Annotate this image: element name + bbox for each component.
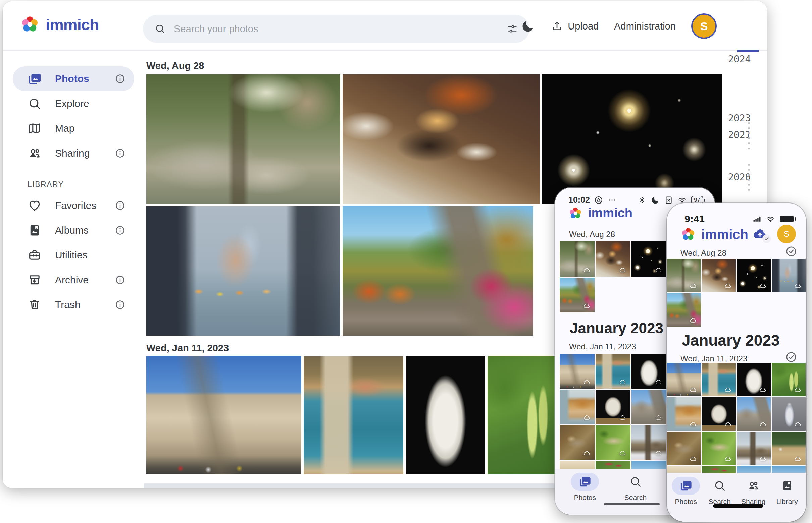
month-header: January 2023 <box>682 331 780 349</box>
search-input[interactable] <box>166 23 507 35</box>
sidebar-item-explore[interactable]: Explore <box>13 91 134 116</box>
photo-row <box>560 390 667 424</box>
photo-monkeys[interactable] <box>560 241 594 276</box>
photo-monkeys[interactable] <box>146 74 340 204</box>
info-icon[interactable] <box>115 225 125 236</box>
photo-sand[interactable] <box>560 461 594 469</box>
photo-row <box>146 74 727 204</box>
photo-seagrape[interactable] <box>487 356 565 474</box>
photo-coastal[interactable] <box>702 363 736 396</box>
photo-cliff[interactable] <box>667 397 701 431</box>
photo-autumn[interactable] <box>560 277 594 312</box>
nav-item-photos[interactable]: Photos <box>568 473 602 502</box>
photo-church[interactable] <box>737 432 771 465</box>
cloud-backup-icon <box>582 379 591 386</box>
sidebar-item-trash[interactable]: Trash <box>13 292 134 317</box>
app-logo[interactable]: immich <box>20 15 99 34</box>
photo-bust[interactable] <box>737 363 771 396</box>
select-all-check-icon[interactable] <box>785 351 797 363</box>
sidebar-item-map[interactable]: Map <box>13 116 134 141</box>
info-icon[interactable] <box>115 73 125 84</box>
photo-lizard2[interactable] <box>702 432 736 465</box>
photo-fortress[interactable] <box>560 354 594 389</box>
photo-rock[interactable] <box>702 397 736 431</box>
app-wordmark: immich <box>588 206 633 220</box>
photo-autumn[interactable] <box>667 293 701 327</box>
backup-check-bubble <box>762 234 771 243</box>
photo-monkeys[interactable] <box>667 259 701 292</box>
photo-hands[interactable] <box>146 206 340 336</box>
cloud-backup-icon <box>723 455 733 463</box>
screenshot-stage: immich Upload Administration S PhotosExp… <box>0 0 812 523</box>
sidebar-item-utilities[interactable]: Utilities <box>13 243 134 268</box>
user-avatar[interactable]: S <box>691 13 717 39</box>
photo-row <box>146 356 565 474</box>
sidebar-item-favorites[interactable]: Favorites <box>13 193 134 218</box>
photo-flowers[interactable] <box>595 461 630 469</box>
photo-rock[interactable] <box>595 390 630 424</box>
info-icon[interactable] <box>115 200 125 211</box>
upload-button[interactable]: Upload <box>551 20 599 32</box>
photo-fireworks[interactable] <box>737 259 771 292</box>
photo-fortress[interactable] <box>146 356 301 474</box>
search-filters-icon[interactable] <box>507 23 518 35</box>
sidebar-item-archive[interactable]: Archive <box>13 268 134 292</box>
photo-lizard2[interactable] <box>595 425 630 459</box>
sidebar-item-sharing[interactable]: Sharing <box>13 141 134 166</box>
home-indicator[interactable] <box>604 503 660 505</box>
scrubber-year[interactable]: 2024 <box>728 54 750 65</box>
app-wordmark: immich <box>701 227 748 242</box>
nav-item-library[interactable]: Library <box>771 477 804 506</box>
dnd-moon-icon <box>651 196 660 205</box>
home-indicator[interactable] <box>713 504 763 508</box>
nav-item-search[interactable]: Search <box>703 477 737 506</box>
sidebar-item-label: Trash <box>55 299 115 310</box>
cloud-backup-icon <box>793 386 802 394</box>
battery-icon <box>780 216 794 222</box>
photo-fireworks[interactable] <box>632 241 667 276</box>
photo-dinner[interactable] <box>702 259 736 292</box>
photo-ruins[interactable] <box>737 397 771 431</box>
cloud-backup-icon <box>689 421 698 428</box>
select-all-check-icon[interactable] <box>785 246 797 257</box>
dark-mode-toggle-moon-icon[interactable] <box>521 19 536 34</box>
cloud-backup-icon <box>689 317 698 324</box>
photo-dinner[interactable] <box>343 74 540 204</box>
cloud-backup-icon <box>654 450 663 457</box>
photo-fortress[interactable] <box>667 363 701 396</box>
photo-coastal[interactable] <box>304 356 403 474</box>
scrubber-tick-dots <box>747 162 750 194</box>
backup-cloud-button[interactable] <box>750 226 770 242</box>
photo-sky[interactable] <box>632 461 667 469</box>
photo-lizard1[interactable] <box>560 425 594 459</box>
info-icon[interactable] <box>115 274 125 285</box>
nav-item-photos[interactable]: Photos <box>669 477 703 506</box>
date-group-header: Wed, Jan 11, 2023 <box>569 342 636 351</box>
nav-item-sharing[interactable]: Sharing <box>737 477 770 506</box>
photo-ruins[interactable] <box>632 390 667 424</box>
photo-seagrape[interactable] <box>772 363 806 396</box>
sidebar-item-label: Archive <box>55 274 115 286</box>
photo-farm[interactable] <box>772 432 806 465</box>
heart-icon <box>28 198 41 213</box>
sidebar-section-label: LIBRARY <box>28 178 144 191</box>
photo-hands[interactable] <box>772 259 806 292</box>
photo-fireworks[interactable] <box>542 74 727 204</box>
info-icon[interactable] <box>115 300 125 310</box>
photo-church[interactable] <box>632 425 667 459</box>
search-icon <box>713 480 726 492</box>
photo-bust[interactable] <box>406 356 485 474</box>
sidebar-item-albums[interactable]: Albums <box>13 218 134 243</box>
photo-autumn[interactable] <box>343 206 533 336</box>
photo-dinner[interactable] <box>595 241 630 276</box>
photo-coastal[interactable] <box>595 354 630 389</box>
user-avatar[interactable]: S <box>777 224 796 244</box>
info-icon[interactable] <box>115 148 125 159</box>
administration-link[interactable]: Administration <box>614 21 676 32</box>
photo-bust[interactable] <box>632 354 667 389</box>
sidebar-item-photos[interactable]: Photos <box>13 66 134 91</box>
nav-item-search[interactable]: Search <box>619 473 652 502</box>
photo-cliff[interactable] <box>560 390 594 424</box>
photo-trophy[interactable] <box>772 397 806 431</box>
photo-lizard1[interactable] <box>667 432 701 465</box>
